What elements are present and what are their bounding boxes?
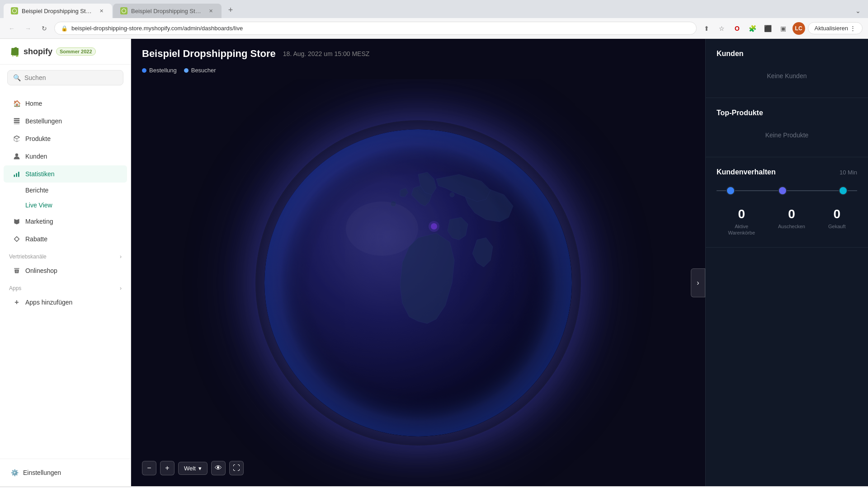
tab-2-label: Beispiel Dropshipping Store xyxy=(131,8,203,14)
kunden-empty: Keine Kunden xyxy=(717,65,857,87)
live-view-header: Beispiel Dropshipping Store 18. Aug. 202… xyxy=(131,39,705,67)
top-produkte-title: Top-Produkte xyxy=(717,109,857,117)
globe-bottom-controls: − + Welt ▾ 👁 ⛶ xyxy=(142,461,244,475)
tab-list-button[interactable]: ⌄ xyxy=(852,5,864,16)
svg-rect-5 xyxy=(14,175,15,177)
svg-point-4 xyxy=(15,154,18,156)
screenshot-icon[interactable]: ⬛ xyxy=(762,22,774,35)
eye-icon: 👁 xyxy=(215,464,222,472)
browser-chrome: Beispiel Dropshipping Store · ... ✕ Beis… xyxy=(0,0,868,39)
region-dropdown[interactable]: Welt ▾ xyxy=(178,462,208,475)
customers-icon xyxy=(13,152,21,160)
rabatte-icon xyxy=(13,235,21,243)
svg-rect-7 xyxy=(18,172,19,177)
vertriebskanaele-section: Vertriebskanäle › xyxy=(0,248,131,262)
search-input[interactable] xyxy=(24,74,118,81)
kunden-section: Kunden Keine Kunden xyxy=(706,39,868,98)
sidebar-header: shopify Sommer 2022 xyxy=(0,39,131,65)
sidebar-item-marketing[interactable]: Marketing xyxy=(4,213,127,230)
timeline-dot-3 xyxy=(839,186,848,195)
shopify-logo[interactable]: shopify Sommer 2022 xyxy=(9,46,96,57)
fullscreen-button[interactable]: ⛶ xyxy=(229,461,244,475)
sidebar: shopify Sommer 2022 🔍 🏠 Home Bestellunge… xyxy=(0,39,131,486)
live-date: 18. Aug. 2022 um 15:00 MESZ xyxy=(283,50,369,57)
stats-icon xyxy=(13,170,21,178)
svg-rect-1 xyxy=(14,120,20,121)
search-bar[interactable]: 🔍 xyxy=(7,70,123,85)
svg-rect-6 xyxy=(16,173,17,177)
legend-besucher: Besucher xyxy=(184,67,216,74)
globe-section: Beispiel Dropshipping Store 18. Aug. 202… xyxy=(131,39,705,486)
user-profile-icon[interactable]: LC xyxy=(793,22,805,35)
apps-expand-icon[interactable]: › xyxy=(120,285,122,291)
fullscreen-icon: ⛶ xyxy=(233,464,240,472)
browser-tab-2[interactable]: Beispiel Dropshipping Store ✕ xyxy=(113,4,222,18)
tab-2-close[interactable]: ✕ xyxy=(207,7,214,14)
visibility-toggle-button[interactable]: 👁 xyxy=(211,461,226,475)
toolbar-actions: ⬆ ☆ O 🧩 ⬛ ▣ LC Aktualisieren ⋮ xyxy=(700,22,863,35)
globe-container: › xyxy=(131,79,705,486)
kunden-title: Kunden xyxy=(717,50,857,58)
svg-point-13 xyxy=(264,129,572,436)
update-chevron-icon: ⋮ xyxy=(850,25,856,32)
opera-icon[interactable]: O xyxy=(731,22,744,35)
forward-button[interactable]: → xyxy=(22,22,34,35)
extensions-icon[interactable]: 🧩 xyxy=(746,22,759,35)
kundenverhalten-timeline xyxy=(717,185,857,196)
sidebar-nav: 🏠 Home Bestellungen Produkte Kunden xyxy=(0,91,131,459)
status-bar: https://beispiel-dropshipping-store.mysh… xyxy=(0,486,868,488)
stat-auschecken-value: 0 xyxy=(778,207,805,221)
sidebar-item-bestellungen[interactable]: Bestellungen xyxy=(4,113,127,130)
bestellung-dot xyxy=(142,68,146,73)
search-icon: 🔍 xyxy=(13,74,21,81)
svg-rect-2 xyxy=(14,122,20,123)
globe-continents-svg xyxy=(264,129,572,436)
store-title: Beispiel Dropshipping Store xyxy=(142,48,276,60)
sidebar-item-apps-add[interactable]: + Apps hinzufügen xyxy=(4,294,127,311)
address-bar-url: beispiel-dropshipping-store.myshopify.co… xyxy=(71,25,690,32)
sidebar-item-rabatte[interactable]: Rabatte xyxy=(4,230,127,248)
settings-item[interactable]: ⚙️ Einstellungen xyxy=(7,465,123,481)
tab-1-close[interactable]: ✕ xyxy=(98,7,105,14)
refresh-button[interactable]: ↻ xyxy=(38,22,51,35)
timeline-dot-1 xyxy=(726,186,735,195)
lock-icon: 🔒 xyxy=(61,25,68,32)
shopify-logo-text: shopify xyxy=(24,47,52,56)
marketing-icon xyxy=(13,217,21,225)
sidebar-item-home[interactable]: 🏠 Home xyxy=(4,95,127,112)
sidebar-icon[interactable]: ▣ xyxy=(777,22,790,35)
sidebar-item-produkte[interactable]: Produkte xyxy=(4,130,127,147)
zoom-out-button[interactable]: − xyxy=(142,461,156,475)
stat-gekauft-label: Gekauft xyxy=(828,223,846,230)
sidebar-item-kunden[interactable]: Kunden xyxy=(4,148,127,165)
back-button[interactable]: ← xyxy=(5,22,18,35)
main-content: Beispiel Dropshipping Store 18. Aug. 202… xyxy=(131,39,868,486)
expand-icon[interactable]: › xyxy=(120,253,122,260)
browser-toolbar: ← → ↻ 🔒 beispiel-dropshipping-store.mysh… xyxy=(0,18,868,39)
season-badge: Sommer 2022 xyxy=(56,47,96,56)
sidebar-item-statistiken[interactable]: Statistiken xyxy=(4,165,127,183)
timeline-dot-2 xyxy=(778,186,787,195)
share-icon[interactable]: ⬆ xyxy=(700,22,713,35)
address-bar[interactable]: 🔒 beispiel-dropshipping-store.myshopify.… xyxy=(54,22,697,35)
stat-auschecken: 0 Auschecken xyxy=(778,207,805,236)
browser-tab-1[interactable]: Beispiel Dropshipping Store · ... ✕ xyxy=(4,4,112,18)
top-produkte-empty: Keine Produkte xyxy=(717,124,857,146)
apps-section-label: Apps xyxy=(9,285,21,291)
right-panel: Kunden Keine Kunden Top-Produkte Keine P… xyxy=(705,39,868,486)
kundenverhalten-header: Kundenverhalten 10 Min xyxy=(717,168,857,176)
kundenverhalten-section: Kundenverhalten 10 Min 0 AktiveWarenkörb… xyxy=(706,157,868,248)
sidebar-item-onlineshop[interactable]: Onlineshop xyxy=(4,262,127,279)
bookmark-icon[interactable]: ☆ xyxy=(716,22,728,35)
update-button[interactable]: Aktualisieren ⋮ xyxy=(808,22,863,34)
sidebar-subitem-live-view[interactable]: Live View xyxy=(4,198,127,212)
zoom-in-button[interactable]: + xyxy=(160,461,175,475)
kundenverhalten-time: 10 Min xyxy=(840,169,857,176)
legend: Bestellung Besucher xyxy=(131,67,705,79)
globe-expand-arrow[interactable]: › xyxy=(691,268,705,297)
sidebar-subitem-berichte[interactable]: Berichte xyxy=(4,183,127,197)
stat-auschecken-label: Auschecken xyxy=(778,223,805,230)
new-tab-button[interactable]: + xyxy=(224,4,237,16)
kundenverhalten-title: Kundenverhalten xyxy=(717,168,776,176)
stat-aktive-warenkörbe-label: AktiveWarenkörbe xyxy=(728,223,755,236)
